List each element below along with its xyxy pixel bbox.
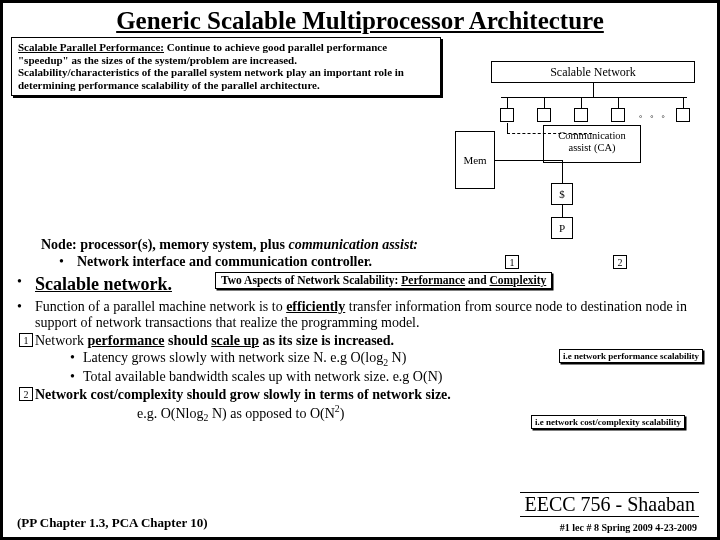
latency-line: Latency grows slowly with network size N… (83, 350, 406, 368)
network-box: Scalable Network (491, 61, 695, 83)
bullet-icon: • (45, 369, 83, 385)
cost-line: Network cost/complexity should grow slow… (35, 387, 451, 403)
performance-line: Network performance should scale up as i… (35, 333, 394, 349)
node-sub: Network interface and communication cont… (77, 254, 372, 270)
node-box (574, 108, 588, 122)
margin-num-2: 2 (19, 387, 33, 401)
node-box (537, 108, 551, 122)
side-note-2: i.e network cost/complexity scalability (531, 415, 685, 429)
two-aspects-box: Two Aspects of Network Scalability: Perf… (215, 272, 552, 289)
note-lead: Scalable Parallel Performance: (18, 41, 164, 53)
ref-num-2: 2 (613, 255, 627, 269)
diagram-line (495, 160, 562, 161)
body-content: Node: processor(s), memory system, plus … (17, 237, 703, 424)
diagram-line (562, 205, 563, 217)
ref-num-1: 1 (505, 255, 519, 269)
diagram-line (562, 160, 563, 183)
ellipsis: ° ° ° (639, 114, 668, 123)
node-detail: Mem Communicationassist (CA) $ P (451, 125, 641, 237)
diagram-line (683, 97, 684, 108)
mem-box: Mem (455, 131, 495, 189)
margin-num-1: 1 (19, 333, 33, 347)
side-note-1: i.e network performance scalability (559, 349, 703, 363)
footer: (PP Chapter 1.3, PCA Chapter 10) EECC 75… (17, 513, 703, 531)
slide-meta: #1 lec # 8 Spring 2009 4-23-2009 (560, 522, 697, 533)
bullet-icon: • (17, 299, 35, 331)
function-line: Function of a parallel machine network i… (35, 299, 703, 331)
course-title: EECC 756 - Shaaban (520, 492, 699, 517)
slide-title: Generic Scalable Multiprocessor Architec… (11, 7, 709, 35)
diagram-line (593, 83, 594, 97)
scalable-network-heading: Scalable network. (35, 274, 172, 294)
diagram-line (501, 97, 687, 98)
diagram-line (618, 97, 619, 108)
processor-box: P (551, 217, 573, 239)
ca-box: Communicationassist (CA) (543, 125, 641, 163)
architecture-diagram: Scalable Network ° ° ° Mem Communication… (451, 61, 703, 239)
note-line1: Continue to achieve good parallel perfor… (167, 41, 387, 53)
node-line: Node: processor(s), memory system, plus … (41, 237, 703, 253)
slide: Generic Scalable Multiprocessor Architec… (0, 0, 720, 540)
bandwidth-line: Total available bandwidth scales up with… (83, 369, 442, 385)
note-line3: Scalability/characteristics of the paral… (18, 66, 404, 91)
diagram-line (507, 97, 508, 108)
bullet-icon: • (45, 350, 83, 368)
node-box (676, 108, 690, 122)
performance-note-box: Scalable Parallel Performance: Continue … (11, 37, 441, 96)
chapter-ref: (PP Chapter 1.3, PCA Chapter 10) (17, 515, 208, 531)
note-line2: "speedup" as the sizes of the system/pro… (18, 54, 297, 66)
bullet-icon: • (17, 274, 35, 295)
node-box (500, 108, 514, 122)
cache-box: $ (551, 183, 573, 205)
diagram-line (581, 97, 582, 108)
node-box (611, 108, 625, 122)
bullet-icon: • (59, 254, 77, 270)
diagram-line (544, 97, 545, 108)
